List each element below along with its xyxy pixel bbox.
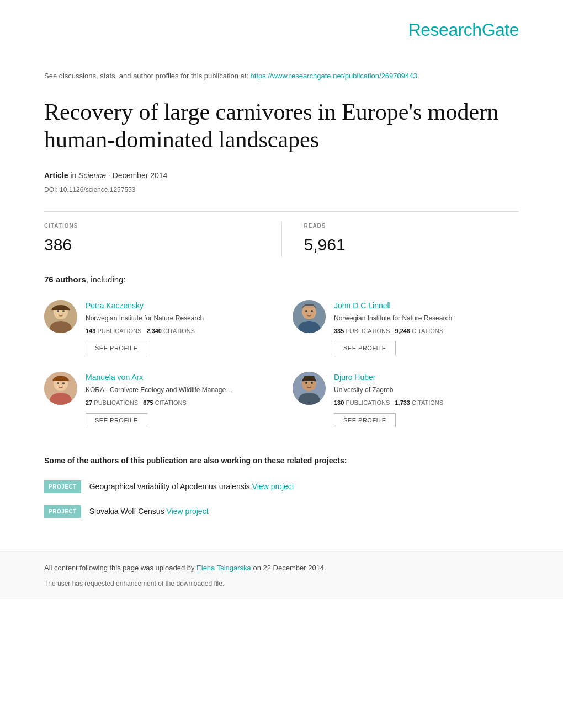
article-journal: Science: [78, 171, 106, 180]
svg-point-9: [311, 310, 313, 312]
authors-section: 76 authors, including: Petra Kaczensky N…: [44, 274, 519, 427]
author-avatar: [293, 372, 326, 405]
author-stats: 335 PUBLICATIONS 9,246 CITATIONS: [334, 326, 519, 336]
author-card: John D C Linnell Norwegian Institute for…: [293, 300, 519, 356]
project-item: Project Slovakia Wolf Census View projec…: [44, 505, 519, 518]
project-item: Project Geographical variability of Apod…: [44, 480, 519, 493]
citations-label: CITATIONS: [44, 222, 259, 230]
author-institution: University of Zagreb: [334, 385, 519, 395]
researchgate-logo: ResearchGate: [408, 20, 519, 40]
author-card: Djuro Huber University of Zagreb 130 PUB…: [293, 372, 519, 427]
projects-list: Project Geographical variability of Apod…: [44, 480, 519, 518]
svg-rect-10: [305, 304, 314, 306]
authors-heading-suffix: , including:: [86, 275, 126, 284]
doi-label: DOI:: [44, 186, 58, 194]
related-projects: Some of the authors of this publication …: [44, 455, 519, 518]
svg-point-15: [62, 382, 65, 384]
author-stats: 27 PUBLICATIONS 675 CITATIONS: [86, 398, 270, 408]
author-institution: KORA - Carnivore Ecology and Wildlife Ma…: [86, 385, 270, 395]
doi-value: 10.1126/science.1257553: [60, 186, 135, 194]
reads-label: READS: [304, 222, 519, 230]
project-text: Slovakia Wolf Census View project: [89, 506, 209, 517]
article-meta: Article in Science · December 2014: [44, 170, 519, 181]
citations-block: CITATIONS 386: [44, 222, 282, 257]
see-profile-button[interactable]: SEE PROFILE: [334, 341, 396, 355]
svg-point-3: [57, 310, 59, 312]
svg-point-4: [62, 310, 65, 312]
reads-block: READS 5,961: [282, 222, 519, 257]
see-discussions-bar: See discussions, stats, and author profi…: [44, 71, 519, 82]
author-stats: 143 PUBLICATIONS 2,340 CITATIONS: [86, 326, 270, 336]
svg-point-14: [57, 382, 59, 384]
svg-point-20: [311, 382, 313, 384]
see-profile-button[interactable]: SEE PROFILE: [86, 413, 147, 427]
page: ResearchGate See discussions, stats, and…: [0, 0, 563, 728]
authors-heading: 76 authors, including:: [44, 274, 519, 286]
article-title: Recovery of large carnivores in Europe's…: [44, 98, 519, 154]
related-projects-heading: Some of the authors of this publication …: [44, 455, 519, 467]
footer-upload-text: All content following this page was uplo…: [44, 563, 519, 574]
article-date: · December 2014: [108, 171, 167, 180]
citations-value: 386: [44, 232, 259, 257]
author-stats: 130 PUBLICATIONS 1,733 CITATIONS: [334, 398, 519, 408]
author-name[interactable]: Manuela von Arx: [86, 372, 270, 383]
header: ResearchGate: [44, 17, 519, 54]
author-avatar: [44, 372, 77, 405]
view-project-link[interactable]: View project: [167, 507, 209, 516]
author-institution: Norwegian Institute for Nature Research: [334, 313, 519, 323]
article-journal-preposition: in: [70, 171, 76, 180]
footer-uploader-link[interactable]: Elena Tsingarska: [196, 564, 251, 572]
author-info: Petra Kaczensky Norwegian Institute for …: [86, 300, 270, 356]
author-info: John D C Linnell Norwegian Institute for…: [334, 300, 519, 356]
article-doi: DOI: 10.1126/science.1257553: [44, 185, 519, 195]
svg-point-19: [305, 382, 307, 384]
author-name[interactable]: Petra Kaczensky: [86, 300, 270, 312]
author-info: Djuro Huber University of Zagreb 130 PUB…: [334, 372, 519, 427]
view-project-link[interactable]: View project: [252, 482, 294, 491]
publication-link[interactable]: https://www.researchgate.net/publication…: [251, 72, 417, 80]
svg-point-8: [305, 310, 307, 312]
project-text: Geographical variability of Apodemus ura…: [89, 481, 294, 493]
footer-text-prefix: All content following this page was uplo…: [44, 564, 196, 572]
see-profile-button[interactable]: SEE PROFILE: [86, 341, 147, 355]
see-profile-button[interactable]: SEE PROFILE: [334, 413, 396, 427]
author-institution: Norwegian Institute for Nature Research: [86, 313, 270, 323]
authors-grid: Petra Kaczensky Norwegian Institute for …: [44, 300, 519, 427]
footer-text-date: on 22 December 2014.: [251, 564, 326, 572]
svg-point-6: [302, 305, 316, 319]
author-info: Manuela von Arx KORA - Carnivore Ecology…: [86, 372, 270, 427]
author-card: Petra Kaczensky Norwegian Institute for …: [44, 300, 270, 356]
author-card: Manuela von Arx KORA - Carnivore Ecology…: [44, 372, 270, 427]
footer-note: The user has requested enhancement of th…: [44, 579, 519, 588]
see-discussions-text: See discussions, stats, and author profi…: [44, 72, 248, 80]
author-name[interactable]: Djuro Huber: [334, 372, 519, 383]
article-type-label: Article: [44, 171, 68, 180]
reads-value: 5,961: [304, 232, 519, 257]
footer-section: All content following this page was uplo…: [0, 551, 563, 600]
project-badge: Project: [44, 505, 81, 518]
author-avatar: [44, 300, 77, 333]
svg-rect-21: [304, 376, 315, 378]
stats-row: CITATIONS 386 READS 5,961: [44, 211, 519, 257]
author-avatar: [293, 300, 326, 333]
author-name[interactable]: John D C Linnell: [334, 300, 519, 312]
project-badge: Project: [44, 480, 81, 493]
authors-count: 76 authors: [44, 275, 86, 284]
